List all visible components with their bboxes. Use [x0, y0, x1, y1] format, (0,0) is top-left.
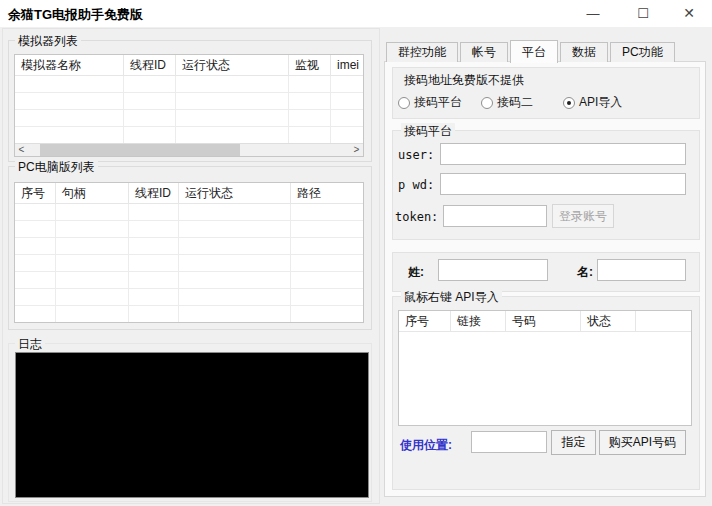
emulator-table-body[interactable] [15, 76, 363, 143]
tab-数据[interactable]: 数据 [560, 42, 608, 62]
tab-帐号[interactable]: 帐号 [460, 42, 508, 62]
close-button[interactable]: ✕ [672, 0, 706, 27]
sms-group: 接码地址免费版不提供 [392, 67, 700, 119]
tab-平台[interactable]: 平台 [510, 40, 558, 63]
scroll-left-icon[interactable]: < [15, 144, 28, 157]
assign-button[interactable]: 指定 [551, 430, 596, 455]
app-window: 余猫TG电报助手免费版 — ☐ ✕ 模拟器列表 模拟器名称线程ID运行状态监视i… [0, 0, 712, 506]
maximize-button[interactable]: ☐ [626, 0, 660, 27]
column-header-运行状态[interactable]: 运行状态 [179, 183, 291, 203]
window-title: 余猫TG电报助手免费版 [8, 6, 143, 24]
user-label: user: [398, 148, 434, 162]
radio-label: 接码平台 [414, 94, 462, 111]
column-header-监视[interactable]: 监视 [289, 55, 331, 75]
radio-API导入[interactable]: API导入 [563, 94, 622, 111]
column-divider [288, 76, 289, 143]
pwd-label: p wd: [398, 178, 434, 192]
column-header-号码[interactable]: 号码 [506, 311, 581, 331]
column-divider [55, 204, 56, 323]
column-divider [290, 204, 291, 323]
column-header-运行状态[interactable]: 运行状态 [176, 55, 289, 75]
scroll-track[interactable] [28, 144, 350, 157]
column-header-imei[interactable]: imei [331, 55, 364, 75]
column-header-序号[interactable]: 序号 [399, 311, 451, 331]
last-name-label: 姓: [408, 264, 424, 281]
log-group-title: 日志 [15, 336, 45, 353]
tab-bar: 群控功能帐号平台数据PC功能 [386, 40, 677, 62]
first-name-input[interactable] [597, 259, 686, 281]
column-divider [175, 76, 176, 143]
pc-table[interactable]: 序号句柄线程ID运行状态路径 [14, 182, 364, 323]
scroll-right-icon[interactable]: > [350, 144, 363, 157]
pwd-input[interactable] [440, 173, 686, 195]
emulator-group-title: 模拟器列表 [15, 33, 81, 50]
table-header-row: 模拟器名称线程ID运行状态监视imei [15, 55, 363, 76]
api-table[interactable]: 序号链接号码状态 [398, 310, 692, 426]
table-header-row: 序号句柄线程ID运行状态路径 [15, 183, 363, 204]
scroll-thumb[interactable] [40, 144, 240, 157]
title-bar: 余猫TG电报助手免费版 — ☐ ✕ [0, 0, 712, 27]
token-label: token: [395, 210, 438, 224]
buy-api-button[interactable]: 购买API号码 [599, 430, 686, 455]
api-table-body[interactable] [399, 332, 691, 425]
radio-icon[interactable] [481, 97, 493, 109]
column-header-句柄[interactable]: 句柄 [56, 183, 129, 203]
radio-label: API导入 [579, 94, 622, 111]
minimize-button[interactable]: — [576, 0, 610, 27]
column-divider [128, 204, 129, 323]
radio-icon[interactable] [563, 97, 575, 109]
radio-接码二[interactable]: 接码二 [481, 94, 533, 111]
api-group-title: 鼠标右键 API导入 [401, 289, 502, 306]
first-name-label: 名: [577, 264, 593, 281]
radio-icon[interactable] [398, 97, 410, 109]
column-header-链接[interactable]: 链接 [451, 311, 506, 331]
column-divider [330, 76, 331, 143]
position-input[interactable] [471, 431, 547, 453]
token-input[interactable] [443, 205, 547, 227]
emulator-table[interactable]: 模拟器名称线程ID运行状态监视imei < > [14, 54, 364, 157]
user-input[interactable] [440, 143, 686, 165]
table-header-row: 序号链接号码状态 [399, 311, 691, 332]
column-header-线程ID[interactable]: 线程ID [129, 183, 179, 203]
column-divider [178, 204, 179, 323]
tab-群控功能[interactable]: 群控功能 [386, 42, 458, 62]
radio-label: 接码二 [497, 94, 533, 111]
last-name-input[interactable] [438, 259, 548, 281]
platform-group-title: 接码平台 [401, 123, 455, 140]
pc-table-body[interactable] [15, 204, 363, 323]
column-divider [123, 76, 124, 143]
column-header-线程ID[interactable]: 线程ID [124, 55, 176, 75]
column-header-状态[interactable]: 状态 [581, 311, 636, 331]
column-header-模拟器名称[interactable]: 模拟器名称 [15, 55, 124, 75]
position-label: 使用位置: [400, 437, 452, 454]
radio-接码平台[interactable]: 接码平台 [398, 94, 462, 111]
log-output [15, 352, 369, 498]
column-header-序号[interactable]: 序号 [15, 183, 56, 203]
pc-group-title: PC电脑版列表 [15, 159, 98, 176]
sms-group-title: 接码地址免费版不提供 [401, 72, 527, 89]
column-header-路径[interactable]: 路径 [291, 183, 364, 203]
emulator-hscrollbar[interactable]: < > [15, 143, 363, 156]
login-button[interactable]: 登录账号 [552, 204, 614, 228]
tab-PC功能[interactable]: PC功能 [610, 42, 675, 62]
